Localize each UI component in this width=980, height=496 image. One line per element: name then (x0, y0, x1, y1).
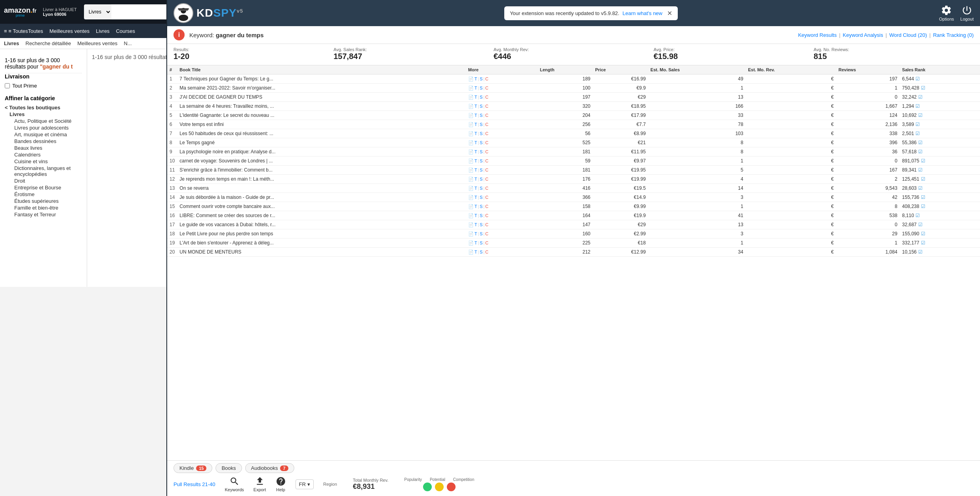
table-icon[interactable]: 📄 (468, 131, 474, 136)
s-link[interactable]: S (480, 177, 482, 181)
t-link[interactable]: T (475, 95, 477, 99)
cat-cuisine[interactable]: Cuisine et vins (5, 158, 82, 164)
logout-button[interactable]: Logout (960, 5, 974, 21)
t-link[interactable]: T (475, 168, 477, 172)
cat-more[interactable]: N... (124, 40, 132, 46)
s-link[interactable]: S (480, 168, 482, 172)
table-icon[interactable]: 📄 (468, 104, 474, 109)
livres-nav[interactable]: Livres (96, 28, 110, 34)
cat-etudes[interactable]: Études supérieures (5, 198, 82, 204)
table-icon[interactable]: 📄 (468, 122, 474, 127)
c-link[interactable]: C (485, 140, 488, 145)
table-icon[interactable]: 📄 (468, 250, 474, 255)
cat-livres[interactable]: Livres (4, 40, 19, 46)
t-link[interactable]: T (475, 186, 477, 191)
c-link[interactable]: C (485, 113, 488, 118)
c-link[interactable]: C (485, 222, 488, 227)
all-menu-btn[interactable]: ≡ ≡ ToutesToutes (4, 28, 43, 34)
cat-actu[interactable]: Actu, Politique et Société (5, 118, 82, 124)
s-link[interactable]: S (480, 231, 482, 236)
livres-category[interactable]: Livres (5, 111, 82, 117)
courses-nav[interactable]: Courses (116, 28, 135, 34)
c-link[interactable]: C (485, 104, 488, 109)
cat-meilleures[interactable]: Meilleures ventes (77, 40, 117, 46)
cat-art[interactable]: Art, musique et cinéma (5, 132, 82, 137)
t-link[interactable]: T (475, 149, 477, 154)
deliver-info[interactable]: Livrer à HAGUET Lyon 69006 (43, 7, 77, 17)
s-link[interactable]: S (480, 86, 482, 90)
tout-prime-checkbox[interactable]: Tout Prime (5, 83, 82, 89)
word-cloud-link[interactable]: Word Cloud (20) (889, 32, 927, 38)
s-link[interactable]: S (480, 240, 482, 245)
s-link[interactable]: S (480, 76, 482, 81)
t-link[interactable]: T (475, 104, 477, 109)
cat-ado[interactable]: Livres pour adolescents (5, 125, 82, 131)
t-link[interactable]: T (475, 222, 477, 227)
rank-tracking-link[interactable]: Rank Tracking (0) (933, 32, 974, 38)
s-link[interactable]: S (480, 204, 482, 209)
c-link[interactable]: C (485, 158, 488, 163)
t-link[interactable]: T (475, 250, 477, 254)
amazon-logo[interactable]: amazon.fr prime (4, 7, 36, 17)
c-link[interactable]: C (485, 95, 488, 99)
keyword-analysis-link[interactable]: Keyword Analysis (843, 32, 883, 38)
update-close-button[interactable]: ✕ (667, 10, 672, 17)
s-link[interactable]: S (480, 140, 482, 145)
t-link[interactable]: T (475, 231, 477, 236)
s-link[interactable]: S (480, 104, 482, 109)
options-button[interactable]: Options (939, 5, 954, 21)
learn-whats-new-link[interactable]: Learn what's new (622, 10, 662, 16)
cat-calendriers[interactable]: Calendriers (5, 152, 82, 158)
cat-entreprise[interactable]: Entreprise et Bourse (5, 185, 82, 191)
t-link[interactable]: T (475, 131, 477, 136)
t-link[interactable]: T (475, 158, 477, 163)
s-link[interactable]: S (480, 131, 482, 136)
c-link[interactable]: C (485, 168, 488, 172)
tout-prime-check[interactable] (5, 83, 10, 88)
c-link[interactable]: C (485, 204, 488, 209)
s-link[interactable]: S (480, 186, 482, 191)
cat-beaux[interactable]: Beaux livres (5, 145, 82, 151)
s-link[interactable]: S (480, 113, 482, 118)
s-link[interactable]: S (480, 195, 482, 200)
table-icon[interactable]: 📄 (468, 95, 474, 100)
cat-erotisme[interactable]: Érotisme (5, 191, 82, 197)
table-icon[interactable]: 📄 (468, 231, 474, 237)
table-icon[interactable]: 📄 (468, 168, 474, 173)
s-link[interactable]: S (480, 95, 482, 99)
c-link[interactable]: C (485, 195, 488, 200)
table-icon[interactable]: 📄 (468, 76, 474, 82)
t-link[interactable]: T (475, 76, 477, 81)
c-link[interactable]: C (485, 86, 488, 90)
table-icon[interactable]: 📄 (468, 177, 474, 182)
table-icon[interactable]: 📄 (468, 86, 474, 91)
cat-bd[interactable]: Bandes dessinées (5, 138, 82, 144)
table-icon[interactable]: 📄 (468, 213, 474, 218)
table-icon[interactable]: 📄 (468, 195, 474, 200)
cat-famille[interactable]: Famille et bien-être (5, 205, 82, 211)
t-link[interactable]: T (475, 86, 477, 90)
t-link[interactable]: T (475, 195, 477, 200)
t-link[interactable]: T (475, 113, 477, 118)
s-link[interactable]: S (480, 222, 482, 227)
c-link[interactable]: C (485, 213, 488, 218)
table-icon[interactable]: 📄 (468, 204, 474, 209)
t-link[interactable]: T (475, 177, 477, 181)
table-icon[interactable]: 📄 (468, 240, 474, 246)
t-link[interactable]: T (475, 213, 477, 218)
cat-droit[interactable]: Droit (5, 178, 82, 184)
s-link[interactable]: S (480, 122, 482, 127)
table-icon[interactable]: 📄 (468, 158, 474, 164)
s-link[interactable]: S (480, 158, 482, 163)
table-icon[interactable]: 📄 (468, 186, 474, 191)
bestsellers-nav[interactable]: Meilleures ventes (50, 28, 90, 34)
c-link[interactable]: C (485, 122, 488, 127)
keyword-results-link[interactable]: Keyword Results (798, 32, 837, 38)
table-icon[interactable]: 📄 (468, 149, 474, 155)
c-link[interactable]: C (485, 177, 488, 181)
t-link[interactable]: T (475, 240, 477, 245)
c-link[interactable]: C (485, 76, 488, 81)
t-link[interactable]: T (475, 204, 477, 209)
c-link[interactable]: C (485, 149, 488, 154)
c-link[interactable]: C (485, 131, 488, 136)
